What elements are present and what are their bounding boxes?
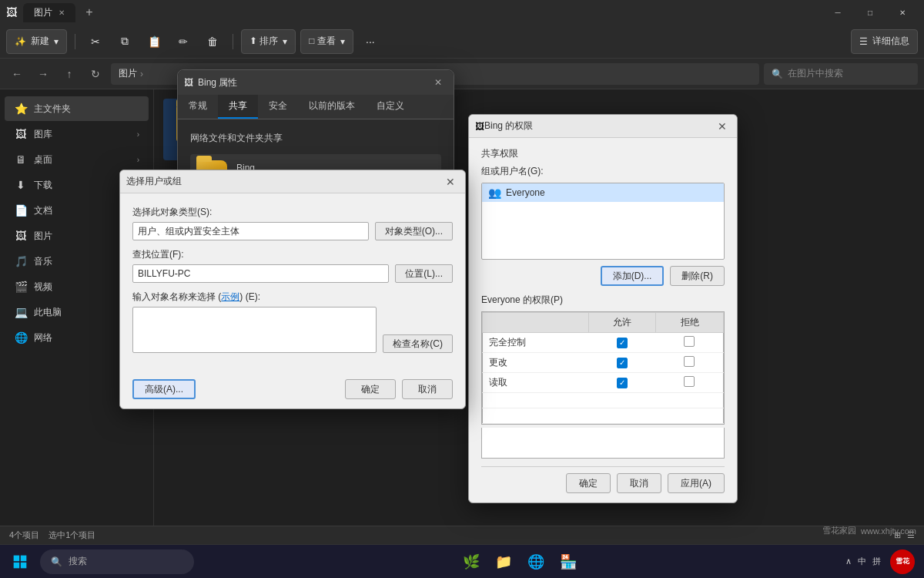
advanced-btn[interactable]: 高级(A)...	[132, 379, 196, 399]
desktop-expand-icon: ›	[137, 156, 139, 164]
paste-btn[interactable]: 📋	[142, 29, 166, 54]
tab-label: 图片	[34, 6, 52, 19]
copy-btn[interactable]: ⧉	[112, 29, 137, 54]
view-btn[interactable]: □ 查看 ▾	[300, 29, 353, 54]
perm-dialog-close[interactable]: ✕	[714, 118, 731, 135]
refresh-btn[interactable]: ↻	[85, 63, 106, 85]
perm-remove-btn[interactable]: 删除(R)	[670, 266, 725, 286]
more-btn[interactable]: ···	[358, 29, 383, 54]
perm-allow-read[interactable]: ✓	[588, 373, 656, 393]
pictures-icon: 🖼	[14, 230, 28, 242]
select-user-dialog[interactable]: 选择用户或组 ✕ 选择此对象类型(S): 用户、组或内置安全主体 对象类型(O)…	[119, 170, 466, 409]
object-name-textarea[interactable]	[132, 307, 377, 353]
search-box[interactable]: 🔍 在图片中搜索	[764, 63, 918, 85]
object-type-btn[interactable]: 对象类型(O)...	[375, 222, 453, 240]
perm-allow-fullcontrol[interactable]: ✓	[588, 333, 656, 353]
app-icon: 🖼	[6, 6, 17, 18]
taskbar-edge-icon[interactable]: 🌐	[522, 548, 550, 576]
maximize-btn[interactable]: □	[855, 0, 886, 25]
select-user-cancel-btn[interactable]: 取消	[402, 379, 453, 399]
taskbar-up-arrow[interactable]: ∧	[845, 556, 852, 566]
allow-change-checkbox[interactable]: ✓	[617, 358, 628, 368]
bing-permissions-dialog[interactable]: 🖼 Bing 的权限 ✕ 共享权限 组或用户名(G): 👥 Everyone 添…	[468, 114, 738, 503]
sidebar-item-desktop[interactable]: 🖥 桌面 ›	[5, 147, 149, 172]
tab-previous[interactable]: 以前的版本	[298, 95, 366, 119]
cut-btn[interactable]: ✂	[83, 29, 108, 54]
perm-deny-read[interactable]	[656, 373, 724, 393]
sidebar-item-gallery[interactable]: 🖼 图库 ›	[5, 122, 149, 146]
new-icon: ✨	[15, 36, 26, 47]
perm-allow-change[interactable]: ✓	[588, 353, 656, 373]
select-user-ok-btn[interactable]: 确定	[345, 379, 396, 399]
location-value: BILLYFU-PC	[138, 268, 190, 279]
taskbar-nature-icon[interactable]: 🌿	[457, 548, 485, 576]
active-tab[interactable]: 图片 ✕	[23, 3, 75, 22]
taskbar-search[interactable]: 🔍 搜索	[40, 549, 194, 574]
perm-user-list[interactable]: 👥 Everyone	[481, 183, 725, 260]
taskbar-corner[interactable]: 雪花	[887, 548, 918, 576]
perm-group-label: 组或用户名(G):	[481, 165, 725, 178]
allow-read-checkbox[interactable]: ✓	[617, 378, 628, 388]
location-input-row: BILLYFU-PC 位置(L)...	[132, 264, 453, 283]
sidebar-item-home[interactable]: ⭐ 主文件夹	[5, 96, 149, 121]
sidebar-label-videos: 视频	[34, 281, 52, 294]
perm-ok-btn[interactable]: 确定	[566, 473, 611, 493]
perm-dialog-icon: 🖼	[475, 121, 484, 132]
taskbar-search-icon: 🔍	[51, 556, 62, 567]
input-label-text: 输入对象名称来选择	[132, 291, 216, 302]
gallery-icon: 🖼	[14, 128, 28, 140]
path-separator: ›	[140, 69, 143, 79]
deny-fullcontrol-checkbox[interactable]	[684, 336, 695, 347]
object-type-input-row: 用户、组或内置安全主体 对象类型(O)...	[132, 222, 453, 240]
taskbar-lang[interactable]: 中	[858, 556, 866, 567]
details-btn[interactable]: ☰ 详细信息	[851, 29, 918, 54]
location-row: 查找位置(F): BILLYFU-PC 位置(L)...	[132, 248, 453, 283]
new-tab-btn[interactable]: +	[79, 3, 100, 22]
minimize-btn[interactable]: ─	[822, 0, 853, 25]
object-name-input-row: 检查名称(C)	[132, 307, 453, 353]
toolbar: ✨ 新建 ▾ ✂ ⧉ 📋 ✏ 🗑 ⬆ 排序 ▾ □ 查看 ▾ ··· ☰ 详细信…	[0, 25, 924, 59]
start-button[interactable]	[6, 548, 34, 576]
sort-btn[interactable]: ⬆ 排序 ▾	[241, 29, 296, 54]
example-link[interactable]: 示例	[221, 291, 239, 302]
tab-security[interactable]: 安全	[258, 95, 298, 119]
sidebar-label-downloads: 下载	[34, 179, 52, 192]
taskbar-explorer-icon[interactable]: 📁	[490, 548, 517, 576]
perm-deny-fullcontrol[interactable]	[656, 333, 724, 353]
location-label: 查找位置(F):	[132, 248, 453, 261]
watermark-logo-text: 雪花	[896, 556, 909, 566]
tab-close-btn[interactable]: ✕	[59, 8, 65, 17]
tab-share[interactable]: 共享	[218, 95, 258, 119]
window-controls: ─ □ ✕	[822, 0, 918, 25]
perm-apply-btn[interactable]: 应用(A)	[668, 473, 725, 493]
allow-fullcontrol-checkbox[interactable]: ✓	[617, 338, 628, 348]
forward-btn[interactable]: →	[32, 63, 54, 85]
new-button[interactable]: ✨ 新建 ▾	[6, 29, 67, 54]
perm-cancel-btn[interactable]: 取消	[617, 473, 661, 493]
back-btn[interactable]: ←	[6, 63, 28, 85]
tab-custom[interactable]: 自定义	[366, 95, 415, 119]
deny-change-checkbox[interactable]	[684, 356, 695, 367]
col-permission	[483, 313, 589, 333]
bing-dialog-close[interactable]: ✕	[429, 73, 447, 92]
perm-user-everyone[interactable]: 👥 Everyone	[482, 183, 724, 202]
videos-icon: 🎬	[14, 281, 28, 293]
tab-general[interactable]: 常规	[178, 95, 218, 119]
rename-btn[interactable]: ✏	[171, 29, 196, 54]
bing-properties-titlebar: 🖼 Bing 属性 ✕	[178, 70, 454, 95]
perm-add-btn[interactable]: 添加(D)...	[601, 266, 665, 286]
select-user-close[interactable]: ✕	[442, 173, 459, 190]
close-btn[interactable]: ✕	[887, 0, 918, 25]
perm-row-change: 更改 ✓	[483, 353, 724, 373]
svg-rect-2	[14, 562, 20, 568]
location-btn[interactable]: 位置(L)...	[395, 264, 453, 283]
taskbar-center: 🌿 📁 🌐 🏪	[194, 548, 845, 576]
perm-deny-change[interactable]	[656, 353, 724, 373]
up-btn[interactable]: ↑	[59, 63, 80, 85]
taskbar-store-icon[interactable]: 🏪	[554, 548, 582, 576]
check-names-btn[interactable]: 检查名称(C)	[383, 334, 453, 353]
perm-section-label: 共享权限	[481, 147, 725, 160]
perm-extra-area	[481, 428, 725, 459]
deny-read-checkbox[interactable]	[684, 376, 695, 387]
delete-btn[interactable]: 🗑	[200, 29, 225, 54]
